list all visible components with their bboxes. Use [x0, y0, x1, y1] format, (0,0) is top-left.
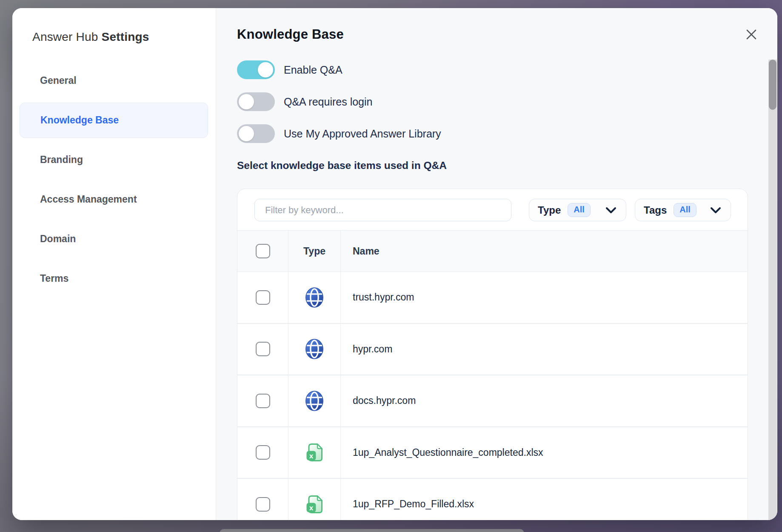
- table-row[interactable]: x docs.hypr.com: [237, 375, 748, 427]
- toggle-switch[interactable]: [237, 92, 275, 111]
- panel-scrollbar-thumb[interactable]: [769, 60, 776, 110]
- row-checkbox[interactable]: [256, 445, 270, 460]
- toggle-row: Enable Q&A: [237, 60, 441, 79]
- item-name: docs.hypr.com: [353, 395, 416, 406]
- row-checkbox[interactable]: [256, 290, 270, 305]
- table-row[interactable]: x 1up_Analyst_Questionnaire_completed.xl…: [237, 427, 748, 479]
- globe-icon: [304, 390, 325, 412]
- column-header-name: Name: [353, 246, 380, 257]
- toggle-row: Q&A requires login: [237, 92, 441, 111]
- settings-sidebar: Answer Hub Settings General Knowledge Ba…: [12, 8, 216, 520]
- sidebar-item-label: Knowledge Base: [40, 114, 119, 126]
- sidebar-item-label: Access Management: [40, 194, 137, 205]
- item-name: hypr.com: [353, 343, 392, 355]
- chevron-down-icon: [605, 206, 617, 215]
- row-checkbox[interactable]: [256, 342, 270, 356]
- sidebar-title-bold: Settings: [102, 30, 149, 43]
- sidebar-item-terms[interactable]: Terms: [20, 261, 208, 296]
- sidebar-item-access-management[interactable]: Access Management: [20, 182, 208, 217]
- sidebar-item-general[interactable]: General: [20, 63, 208, 98]
- toggle-row: Use My Approved Answer Library: [237, 124, 441, 143]
- row-checkbox[interactable]: [256, 497, 270, 512]
- tags-filter-label: Tags: [644, 204, 667, 216]
- item-name: 1up_RFP_Demo_Filled.xlsx: [353, 498, 474, 510]
- chevron-down-icon: [709, 206, 722, 215]
- tags-filter-value-badge: All: [674, 203, 696, 217]
- type-filter-value-badge: All: [568, 203, 591, 217]
- sidebar-title-regular: Answer Hub: [32, 30, 98, 43]
- select-all-checkbox[interactable]: [256, 244, 270, 258]
- sidebar-nav: General Knowledge Base Branding Access M…: [12, 63, 216, 296]
- column-header-type: Type: [303, 246, 325, 257]
- sidebar-item-domain[interactable]: Domain: [20, 221, 208, 257]
- panel-title: Knowledge Base: [237, 27, 344, 42]
- toggle-knob: [239, 126, 254, 141]
- sidebar-item-label: General: [40, 75, 77, 86]
- close-button[interactable]: [745, 28, 758, 41]
- knowledge-base-items-card: Type All Tags All Type Name: [237, 189, 748, 520]
- item-name: trust.hypr.com: [353, 292, 414, 303]
- toggle-switch[interactable]: [237, 60, 275, 79]
- filter-keyword-input[interactable]: [254, 199, 511, 221]
- item-name: 1up_Analyst_Questionnaire_completed.xlsx: [353, 447, 543, 458]
- table-row[interactable]: x hypr.com: [237, 324, 748, 376]
- type-filter-label: Type: [538, 204, 561, 216]
- table-header-row: Type Name: [237, 230, 748, 272]
- toggle-label: Use My Approved Answer Library: [284, 128, 441, 140]
- sidebar-item-label: Terms: [40, 273, 68, 284]
- sidebar-item-label: Domain: [40, 233, 76, 245]
- knowledge-base-table: Type Name: [237, 230, 748, 520]
- svg-text:x: x: [309, 452, 314, 460]
- panel-scrollbar-track[interactable]: [768, 60, 777, 520]
- toggle-label: Enable Q&A: [284, 64, 342, 76]
- table-body: x trust.hypr.com: [237, 272, 748, 520]
- tags-filter-dropdown[interactable]: Tags All: [635, 199, 731, 221]
- sidebar-item-knowledge-base[interactable]: Knowledge Base: [20, 103, 208, 138]
- table-row[interactable]: x 1up_RFP_Demo_Filled.xlsx: [237, 479, 748, 520]
- svg-text:x: x: [309, 504, 314, 512]
- table-row[interactable]: x trust.hypr.com: [237, 272, 748, 324]
- knowledge-base-panel: Knowledge Base Enable Q&A Q&A requires l…: [216, 8, 777, 520]
- toggle-knob: [258, 62, 273, 77]
- type-filter-dropdown[interactable]: Type All: [529, 199, 626, 221]
- excel-file-icon: x: [304, 442, 325, 463]
- sidebar-item-label: Branding: [40, 154, 83, 166]
- answer-hub-settings-modal: Answer Hub Settings General Knowledge Ba…: [12, 8, 777, 520]
- sidebar-title: Answer Hub Settings: [32, 30, 216, 44]
- toggle-knob: [239, 94, 254, 109]
- qa-toggles: Enable Q&A Q&A requires login Use My App…: [237, 60, 441, 156]
- section-heading: Select knowledge base items used in Q&A: [237, 160, 447, 172]
- excel-file-icon: x: [304, 494, 325, 515]
- sidebar-item-branding[interactable]: Branding: [20, 142, 208, 177]
- globe-icon: [304, 287, 325, 308]
- row-checkbox[interactable]: [256, 394, 270, 408]
- close-icon: [745, 29, 757, 40]
- background-element-hint: [220, 529, 524, 532]
- toggle-switch[interactable]: [237, 124, 275, 143]
- toggle-label: Q&A requires login: [284, 96, 372, 108]
- globe-icon: [304, 338, 325, 360]
